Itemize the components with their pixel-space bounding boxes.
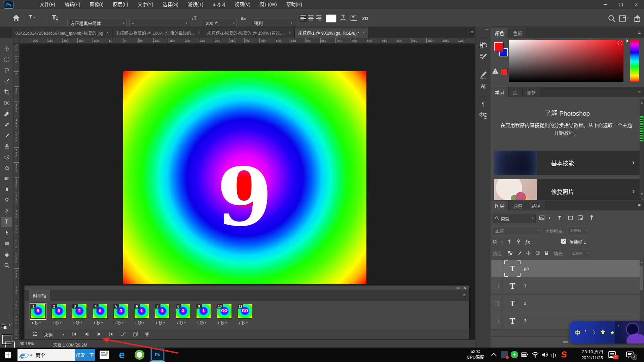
dock-panel-icon-character[interactable]: A| (479, 82, 487, 90)
timeline-close-icon[interactable]: ✕ (463, 286, 466, 290)
lock-position-icon[interactable] (526, 250, 531, 256)
gamut-warning-icon[interactable]: ! (492, 68, 498, 74)
ime-icon-favorite[interactable]: ★ (610, 329, 615, 336)
play-button[interactable] (96, 331, 102, 337)
lock-pixels-icon[interactable] (516, 250, 522, 256)
timeline-tab[interactable]: 时间轴 (29, 290, 50, 301)
scroll-down-icon[interactable]: ▼ (640, 192, 643, 196)
scrollbar-thumb[interactable] (640, 266, 643, 290)
delete-frame-button[interactable] (144, 331, 150, 337)
app-icon-card[interactable] (97, 348, 112, 362)
frame-thumbnail[interactable]: 8 2 (176, 304, 190, 319)
layers-panel-menu-icon[interactable]: ≡ (638, 203, 641, 208)
loop-count-select[interactable]: 永远 (44, 331, 53, 338)
timeline-frame[interactable]: 6 4 1 秒▾ (134, 303, 150, 325)
lock-transparency-icon[interactable] (507, 250, 513, 256)
blend-mode-select[interactable]: 正常▾ (493, 226, 542, 234)
layer-visibility-toggle[interactable] (491, 312, 503, 329)
layer-visibility-toggle[interactable] (491, 260, 503, 277)
menu-item[interactable]: 文件(F) (35, 0, 60, 9)
menu-item[interactable]: 选择(S) (158, 0, 183, 9)
tab-close-icon[interactable]: × (362, 30, 365, 35)
ime-icon-skin[interactable] (600, 330, 606, 335)
tool-history-brush[interactable] (1, 152, 12, 162)
maximize-button[interactable] (613, 0, 629, 9)
color-panel-menu-icon[interactable]: ≡ (638, 30, 641, 35)
tool-brush[interactable] (1, 130, 12, 140)
document-tab[interactable]: 01421d814725e3cc667be8_tplv-obj-恢复的.jpg … (12, 28, 112, 38)
tray-app-icon[interactable] (501, 351, 508, 358)
default-colors-icon[interactable]: ⇄ (2, 322, 12, 328)
volume-icon[interactable] (541, 351, 548, 358)
tool-eyedropper[interactable] (1, 109, 12, 119)
tool-lasso[interactable] (1, 65, 12, 75)
tool-crop[interactable] (1, 87, 12, 97)
tool-frame[interactable] (1, 98, 12, 108)
menu-item[interactable]: 图层(L) (108, 0, 133, 9)
tab-overflow-icon[interactable]: » (470, 29, 472, 34)
scroll-up-icon[interactable]: ▲ (640, 101, 643, 104)
hue-slider-marker[interactable] (627, 39, 629, 43)
cpu-temp-widget[interactable]: 52°C CPU温度 (464, 349, 487, 360)
warp-text-icon[interactable] (339, 14, 347, 22)
menu-item[interactable]: 编辑(E) (60, 0, 85, 9)
font-size-select[interactable]: 200 点▾ (203, 19, 237, 27)
text-orientation-icon[interactable] (50, 14, 59, 22)
previous-frame-button[interactable] (84, 331, 89, 337)
opacity-select[interactable]: 100%▾ (567, 226, 589, 234)
filter-smart-objects-icon[interactable] (577, 215, 583, 220)
tool-clone-stamp[interactable] (1, 141, 12, 151)
action-center-icon[interactable]: 4 (625, 351, 635, 359)
menu-item[interactable]: 文字(Y) (133, 0, 158, 9)
frame-thumbnail[interactable]: 9 1 (196, 304, 211, 319)
layer-name[interactable]: 1 (524, 283, 527, 288)
tray-green-plus-icon[interactable]: + (511, 351, 518, 358)
panel-tab-颜色[interactable]: 颜色 (491, 28, 509, 38)
edit-toolbar-icon[interactable]: ⋯ (0, 313, 13, 318)
tab-close-icon[interactable]: × (106, 30, 109, 35)
dock-collapse-icon[interactable]: «« (486, 27, 488, 31)
tray-message-icon[interactable]: 1 (608, 351, 616, 359)
frame-thumbnail[interactable]: 1 9 (31, 304, 45, 319)
layer-visibility-toggle[interactable] (491, 295, 503, 312)
swap-colors-icon[interactable]: ⇄ (9, 322, 12, 327)
learn-card-基本技能[interactable]: 基本技能 › (494, 151, 641, 175)
timeline-frame[interactable]: 8 2 1 秒▾ (175, 303, 192, 325)
frame-thumbnail[interactable]: 3 7 (72, 304, 87, 319)
align-left-button[interactable] (299, 14, 307, 22)
layer-name[interactable]: 3 (524, 318, 527, 323)
frame-thumbnail[interactable]: 10 GO (217, 304, 232, 319)
document-tab[interactable]: 未标题-1-恢复的 @ 100% (生活的世界的... × (112, 28, 204, 38)
frame-duration[interactable]: 1 秒▾ (113, 320, 130, 325)
tool-eraser[interactable] (1, 163, 12, 173)
search-icon[interactable] (608, 14, 616, 23)
tween-button[interactable] (121, 331, 126, 337)
saturation-field[interactable] (509, 40, 623, 82)
close-button[interactable]: ✕ (629, 0, 644, 9)
font-family-select[interactable]: 方正粗黑宋简体▾ (67, 19, 127, 27)
timeline-frame[interactable]: 9 1 1 秒▾ (195, 303, 212, 325)
learn-card-修复照片[interactable]: 修复照片 › (494, 179, 641, 200)
unify-style-icon[interactable]: ƒx (525, 239, 530, 244)
unify-position-icon[interactable] (507, 239, 512, 244)
frame-thumbnail[interactable]: 6 4 (134, 304, 149, 319)
type-tool-preset[interactable]: T ▾ (29, 14, 40, 22)
duplicate-frame-button[interactable] (133, 331, 138, 337)
gamut-warning-swatch[interactable] (501, 69, 508, 75)
menu-item[interactable]: 3D(D) (208, 0, 230, 9)
app-icon-edge[interactable]: e (114, 348, 129, 362)
frame-duration[interactable]: 1 秒▾ (134, 320, 150, 325)
text-color-swatch[interactable] (326, 14, 336, 23)
start-button[interactable] (0, 348, 16, 362)
filter-pixel-layers-icon[interactable] (539, 215, 545, 220)
learn-scrollbar[interactable] (640, 99, 644, 198)
filter-shape-layers-icon[interactable] (568, 215, 573, 220)
ime-indicator[interactable]: 中 (551, 352, 556, 359)
layer-row-go[interactable]: T go (491, 260, 644, 277)
frame-duration[interactable]: 1 秒▾ (237, 320, 254, 325)
foreground-color-swatch[interactable] (2, 335, 11, 344)
wifi-icon[interactable] (532, 351, 539, 358)
menu-item[interactable]: 图像(I) (85, 0, 108, 9)
menu-item[interactable]: 视图(V) (230, 0, 255, 9)
frame-duration[interactable]: 1 秒▾ (195, 320, 212, 325)
